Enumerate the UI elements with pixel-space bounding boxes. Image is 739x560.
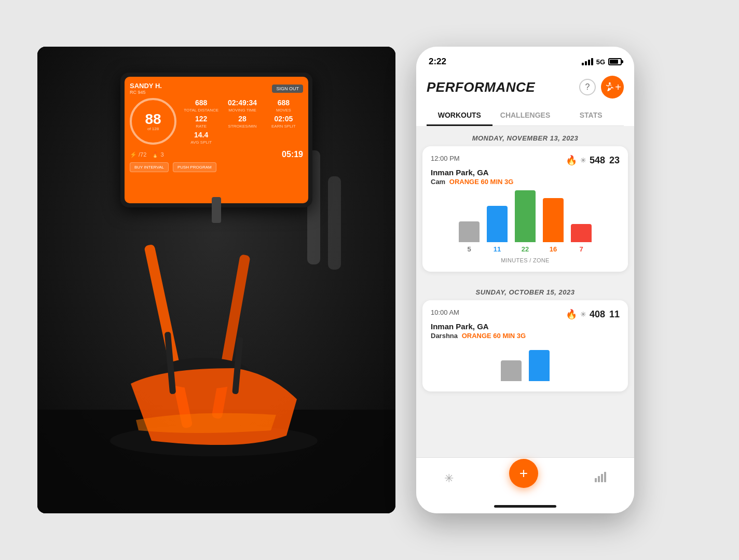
tablet-splat-circle: 88 of 128 — [130, 98, 176, 145]
tablet-stat-time: 02:49:34 MOVING TIME — [223, 99, 262, 113]
zone-chart-1: 5 11 22 16 7 — [431, 193, 620, 255]
chart-bar-green: 22 — [515, 190, 536, 253]
bottom-nav: ✳ + — [416, 457, 634, 499]
workout-time-2: 10:00 AM — [431, 309, 459, 316]
tablet-frame: SANDY H. RC 945 SIGN OUT 88 of 128 — [120, 73, 312, 207]
tablet-stat-strokes: 28 STROKES/MIN — [223, 115, 262, 129]
chart-bar-blue: 11 — [487, 206, 508, 253]
tab-stats[interactable]: STATS — [558, 106, 624, 126]
chart-bar-2-blue — [529, 350, 550, 381]
workout-icons-1: 🔥 ✳ 548 23 — [566, 155, 620, 166]
bar-blue — [487, 206, 508, 242]
tablet-stat-split2: 14.4 AVG SPLIT — [182, 131, 221, 145]
home-bar — [494, 505, 556, 508]
status-bar: 2:22 5G — [416, 47, 634, 69]
mobile-app: 2:22 5G PERFORMANCE ? — [416, 47, 634, 513]
bar2-blue — [529, 350, 550, 381]
help-button[interactable]: ? — [579, 79, 596, 95]
fab-add-button[interactable]: + — [509, 459, 538, 488]
bar-red — [571, 224, 592, 242]
tablet-timer: 05:19 — [282, 150, 303, 159]
date-label-2: SUNDAY, OCTOBER 15, 2023 — [427, 288, 624, 296]
flame-icon-2: 🔥 — [566, 309, 577, 320]
tablet-stat-moves: 688 MOVES — [264, 99, 303, 113]
sign-out-button[interactable]: SIGN OUT — [272, 85, 303, 93]
nav-chart[interactable] — [594, 471, 606, 486]
fab-plus-icon: + — [519, 466, 528, 481]
location-1: Inman Park, GA — [431, 168, 620, 177]
flame-icon-1: 🔥 — [566, 155, 577, 166]
date-section-2: SUNDAY, OCTOBER 15, 2023 — [416, 280, 634, 300]
battery-fill — [610, 60, 618, 64]
splat-cross-icon-2: ✳ — [580, 310, 586, 318]
tablet-stat-rate: 122 RATE — [182, 115, 221, 129]
runner-icon — [604, 81, 615, 93]
date-label-1: MONDAY, NOVEMBER 13, 2023 — [427, 134, 624, 142]
workout-tablet: SANDY H. RC 945 SIGN OUT 88 of 128 — [120, 73, 312, 207]
workout-icons-2: 🔥 ✳ 408 11 — [566, 309, 620, 320]
svg-rect-12 — [598, 476, 600, 482]
tablet-btn-row: BUY INTERVAL PUSH PROGRAM — [130, 162, 303, 172]
bar-green — [515, 190, 536, 242]
chart-bar-red: 7 — [571, 224, 592, 253]
tablet-mount — [212, 197, 221, 223]
tablet-splat-sub: of 128 — [147, 127, 159, 131]
bar2-gray — [501, 360, 522, 381]
workout-time-1: 12:00 PM — [431, 155, 460, 162]
splat-nav-icon: ✳ — [444, 472, 454, 485]
bar-orange — [543, 198, 564, 242]
bar-gray — [459, 221, 480, 242]
gym-photo: SANDY H. RC 945 SIGN OUT 88 of 128 — [37, 47, 395, 513]
svg-rect-14 — [604, 472, 606, 482]
splat-2: 11 — [609, 309, 620, 320]
splat-cross-icon-1: ✳ — [580, 156, 586, 164]
push-program-button[interactable]: PUSH PROGRAM — [173, 162, 216, 172]
chart-label-1: MINUTES / ZONE — [431, 257, 620, 263]
calories-1: 548 — [590, 155, 605, 166]
nav-splat[interactable]: ✳ — [444, 472, 454, 485]
bar-value-green: 22 — [522, 245, 529, 253]
signal-bar-4 — [591, 58, 593, 65]
chart-bar-2-gray — [501, 360, 522, 381]
workout-stats-1: 548 23 — [590, 155, 620, 166]
workout-card-1[interactable]: 12:00 PM 🔥 ✳ 548 23 Inman Park, GA Cam O… — [422, 146, 628, 272]
tablet-splat-number: 88 — [145, 112, 161, 127]
workout-details-1: Cam ORANGE 60 MIN 3G — [431, 178, 620, 186]
chart-bar-gray: 5 — [459, 221, 480, 253]
workout-card-2[interactable]: 10:00 AM 🔥 ✳ 408 11 Inman Park, GA Darsh… — [422, 300, 628, 391]
svg-rect-13 — [601, 474, 603, 482]
bar-value-blue: 11 — [494, 245, 501, 253]
header-actions: ? + — [579, 76, 624, 99]
svg-point-10 — [609, 82, 611, 85]
svg-rect-9 — [328, 176, 341, 270]
status-icons: 5G — [582, 58, 622, 66]
chart-bar-orange: 16 — [543, 198, 564, 253]
svg-rect-11 — [595, 478, 597, 482]
signal-bar-1 — [582, 63, 584, 65]
add-workout-button[interactable]: + — [601, 76, 624, 99]
instructor-1: Cam — [431, 178, 445, 186]
buy-interval-button[interactable]: BUY INTERVAL — [130, 162, 169, 172]
bar-value-red: 7 — [579, 245, 583, 253]
tablet-stat-total: 688 TOTAL DISTANCE — [182, 99, 221, 113]
tab-workouts[interactable]: WORKOUTS — [427, 106, 492, 126]
battery-indicator — [608, 58, 622, 65]
nav-tabs: WORKOUTS CHALLENGES STATS — [427, 106, 624, 126]
page-title: PERFORMANCE — [427, 79, 535, 95]
tablet-rank: RC 945 — [130, 90, 162, 95]
class-type-2: ORANGE 60 MIN 3G — [462, 332, 526, 340]
bar-value-orange: 16 — [550, 245, 557, 253]
app-header: PERFORMANCE ? + WORKOUT — [416, 69, 634, 126]
tablet-stats-grid: 688 TOTAL DISTANCE 02:49:34 MOVING TIME … — [182, 99, 303, 145]
signal-bar-3 — [588, 60, 590, 65]
workout-list: MONDAY, NOVEMBER 13, 2023 12:00 PM 🔥 ✳ 5… — [416, 126, 634, 457]
zone-chart-2 — [431, 347, 620, 383]
splat-1: 23 — [609, 155, 620, 166]
workout-stats-2: 408 11 — [590, 309, 620, 320]
tab-challenges[interactable]: CHALLENGES — [492, 106, 558, 126]
calories-2: 408 — [590, 309, 605, 320]
network-label: 5G — [596, 58, 605, 66]
signal-bar-2 — [585, 61, 587, 65]
status-time: 2:22 — [429, 57, 446, 67]
bar-value-gray: 5 — [467, 245, 471, 253]
